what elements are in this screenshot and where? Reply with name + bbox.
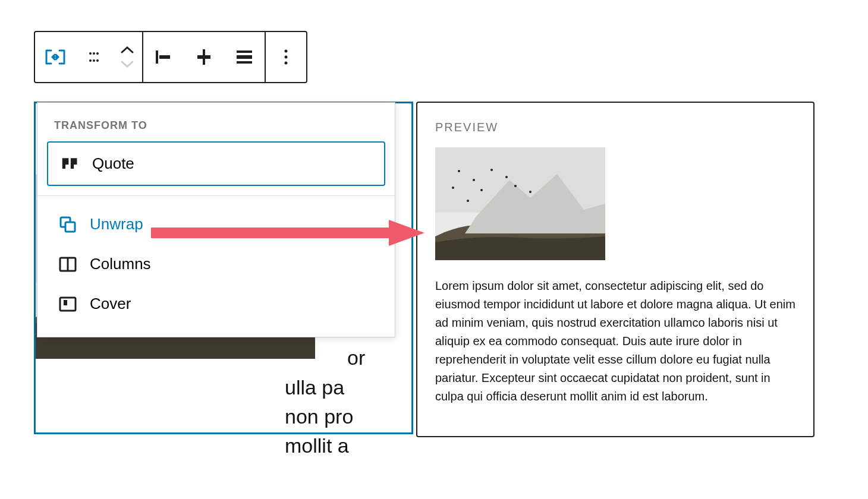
svg-point-39	[452, 187, 454, 189]
preview-image	[435, 147, 605, 260]
transform-popover: TRANSFORM TO Quote Unwrap Columns Cover	[37, 102, 395, 337]
svg-point-3	[89, 59, 92, 62]
transform-icon	[44, 48, 67, 66]
svg-point-36	[473, 179, 475, 181]
svg-point-35	[458, 170, 460, 172]
transform-option-cover[interactable]: Cover	[46, 284, 386, 324]
transform-option-label: Columns	[90, 255, 151, 273]
transform-option-quote[interactable]: Quote	[47, 141, 385, 186]
svg-point-15	[285, 62, 288, 65]
transform-option-unwrap[interactable]: Unwrap	[46, 204, 386, 244]
more-icon	[284, 49, 288, 65]
svg-point-5	[96, 59, 99, 62]
svg-point-13	[285, 50, 288, 53]
svg-rect-10	[237, 50, 252, 53]
align-center-button[interactable]	[184, 32, 224, 82]
preview-paragraph: Lorem ipsum dolor sit amet, consectetur …	[435, 277, 795, 406]
chevron-up-icon[interactable]	[119, 45, 135, 55]
transform-options-list: Unwrap Columns Cover	[37, 196, 395, 337]
align-left-icon	[153, 49, 174, 65]
toolbar-group-align	[143, 32, 266, 82]
preview-panel: PREVIEW Lorem ipsum dolor sit amet, cons…	[416, 102, 814, 437]
svg-rect-29	[60, 298, 76, 311]
transform-option-label: Quote	[92, 154, 134, 173]
move-buttons	[112, 45, 142, 69]
more-options-button[interactable]	[266, 32, 306, 82]
align-center-icon	[194, 48, 214, 66]
svg-point-1	[93, 52, 95, 55]
svg-rect-6	[156, 50, 158, 64]
svg-point-41	[514, 185, 517, 187]
svg-rect-26	[65, 222, 75, 232]
svg-point-4	[93, 59, 95, 62]
quote-icon	[61, 155, 79, 173]
transform-header: TRANSFORM TO	[37, 103, 395, 141]
svg-rect-30	[64, 300, 67, 305]
cover-icon	[59, 295, 77, 313]
svg-rect-11	[237, 55, 252, 59]
align-left-button[interactable]	[143, 32, 184, 82]
svg-point-37	[490, 169, 493, 171]
columns-icon	[59, 255, 77, 273]
svg-point-0	[89, 52, 92, 55]
svg-point-14	[285, 56, 288, 59]
block-toolbar	[34, 31, 307, 83]
svg-point-43	[467, 200, 469, 202]
transform-option-label: Cover	[90, 295, 131, 313]
transform-selected-section: Quote	[37, 141, 395, 196]
transform-option-label: Unwrap	[90, 215, 143, 233]
align-full-button[interactable]	[224, 32, 265, 82]
chevron-down-icon[interactable]	[119, 59, 135, 69]
preview-title: PREVIEW	[435, 121, 795, 134]
unwrap-icon	[59, 216, 77, 233]
svg-point-38	[505, 176, 508, 178]
svg-point-2	[96, 52, 99, 55]
transform-option-columns[interactable]: Columns	[46, 244, 386, 284]
svg-point-40	[480, 189, 483, 191]
align-full-icon	[234, 49, 254, 65]
drag-handle[interactable]	[76, 32, 112, 82]
svg-rect-9	[197, 55, 210, 59]
toolbar-group-transform	[35, 32, 143, 82]
svg-rect-12	[237, 61, 252, 64]
mountain-image-icon	[435, 147, 605, 260]
toolbar-group-more	[266, 32, 306, 82]
transform-button[interactable]	[35, 32, 76, 82]
drag-handle-icon	[87, 50, 101, 64]
svg-rect-7	[159, 55, 170, 59]
svg-point-42	[529, 191, 532, 193]
